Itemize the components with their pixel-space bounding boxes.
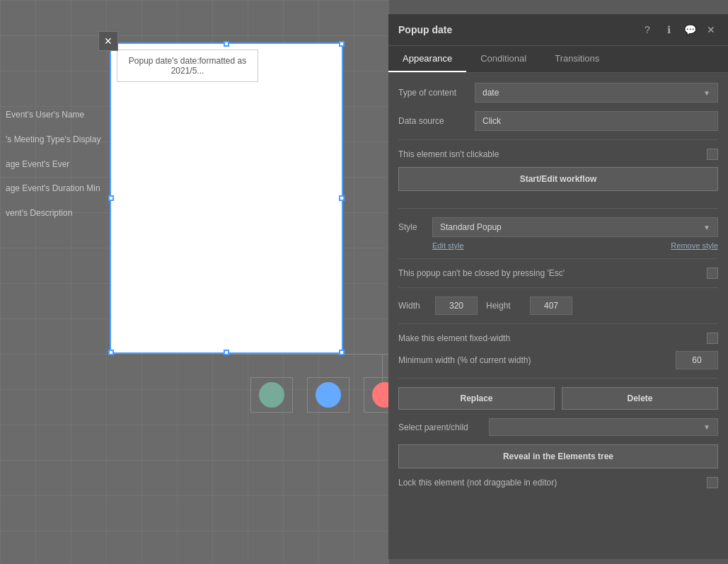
resize-handle-tm[interactable] xyxy=(224,41,229,47)
parent-child-select[interactable]: ▼ xyxy=(489,418,718,436)
edit-style-link[interactable]: Edit style xyxy=(432,241,464,250)
lock-element-label: Lock this element (not draggable in edit… xyxy=(398,478,700,488)
delete-button[interactable]: Delete xyxy=(562,387,718,410)
replace-button[interactable]: Replace xyxy=(398,387,555,410)
fixed-width-label: Make this element fixed-width xyxy=(398,333,700,343)
divider-4 xyxy=(398,287,718,288)
type-of-content-select[interactable]: date ▼ xyxy=(475,83,718,103)
fixed-width-row: Make this element fixed-width xyxy=(398,333,718,344)
help-icon[interactable]: ? xyxy=(640,23,654,37)
canvas-row-2: 's Meeting Type's Display xyxy=(0,130,100,149)
style-row: Style Standard Popup ▼ xyxy=(398,217,718,237)
style-label: Style xyxy=(398,222,427,232)
avatar-3 xyxy=(372,382,389,408)
comment-icon[interactable]: 💬 xyxy=(683,23,697,37)
resize-handle-bl[interactable] xyxy=(108,350,114,355)
lock-element-row: Lock this element (not draggable in edit… xyxy=(398,477,718,488)
min-width-input[interactable] xyxy=(676,351,718,369)
avatar-2 xyxy=(316,382,341,408)
tab-appearance[interactable]: Appearance xyxy=(388,46,466,72)
avatar-cell-3 xyxy=(364,377,389,413)
tabs: Appearance Conditional Transitions xyxy=(388,46,728,73)
popup-on-canvas[interactable]: ✕ Popup date's date:formatted as 2021/5.… xyxy=(110,42,343,354)
esc-label: This popup can't be closed by pressing '… xyxy=(398,268,700,278)
parent-child-chevron-icon: ▼ xyxy=(703,423,710,431)
esc-row: This popup can't be closed by pressing '… xyxy=(398,267,718,279)
min-width-row: Minimum width (% of current width) xyxy=(398,351,718,369)
resize-handle-bm[interactable] xyxy=(224,350,229,355)
data-source-label: Data source xyxy=(398,116,469,126)
resize-handle-mr[interactable] xyxy=(339,195,345,201)
canvas-row-4: age Event's Duration Min xyxy=(0,178,100,198)
replace-delete-row: Replace Delete xyxy=(398,387,718,410)
not-clickable-row: This element isn't clickable xyxy=(398,149,718,160)
avatar-cell-2 xyxy=(307,377,349,413)
divider-5 xyxy=(398,323,718,324)
type-of-content-label: Type of content xyxy=(398,88,469,98)
popup-content-preview: Popup date's date:formatted as 2021/5... xyxy=(117,50,258,82)
tab-transitions[interactable]: Transitions xyxy=(541,46,613,72)
panel-body: Type of content date ▼ Data source Click… xyxy=(388,73,728,559)
panel-icons: ? ℹ 💬 ✕ xyxy=(640,23,718,37)
data-source-row: Data source Click xyxy=(398,111,718,131)
width-label: Width xyxy=(398,301,427,311)
not-clickable-label: This element isn't clickable xyxy=(398,149,700,159)
divider-1 xyxy=(398,139,718,140)
style-select[interactable]: Standard Popup ▼ xyxy=(432,217,718,237)
style-chevron-down-icon: ▼ xyxy=(703,224,710,231)
divider-3 xyxy=(398,258,718,259)
canvas-row-3: age Event's Ever xyxy=(0,154,69,174)
remove-style-link[interactable]: Remove style xyxy=(671,241,718,250)
resize-handle-tr[interactable] xyxy=(339,41,345,47)
close-icon[interactable]: ✕ xyxy=(704,23,718,37)
parent-child-row: Select parent/child ▼ xyxy=(398,418,718,436)
fixed-width-checkbox[interactable] xyxy=(707,333,718,344)
resize-handle-br[interactable] xyxy=(339,350,345,355)
canvas-row-1: Event's User's Name xyxy=(0,105,84,125)
esc-checkbox[interactable] xyxy=(707,267,718,279)
panel-header: Popup date ? ℹ 💬 ✕ xyxy=(388,14,728,46)
panel-title: Popup date xyxy=(398,24,452,35)
avatar-1 xyxy=(259,382,284,408)
dimension-row: Width Height xyxy=(398,297,718,315)
canvas-row-5: vent's Description xyxy=(0,203,72,223)
not-clickable-checkbox[interactable] xyxy=(707,149,718,160)
parent-child-label: Select parent/child xyxy=(398,422,483,432)
data-source-select[interactable]: Click xyxy=(475,111,718,131)
popup-canvas-close-btn[interactable]: ✕ xyxy=(98,31,118,51)
width-input[interactable] xyxy=(435,297,478,315)
start-edit-workflow-button[interactable]: Start/Edit workflow xyxy=(398,167,718,191)
chevron-down-icon: ▼ xyxy=(703,89,710,97)
right-panel: Popup date ? ℹ 💬 ✕ Appearance Conditiona… xyxy=(388,14,728,559)
divider-2 xyxy=(398,208,718,209)
tab-conditional[interactable]: Conditional xyxy=(466,46,541,72)
avatar-row xyxy=(248,374,389,415)
type-of-content-row: Type of content date ▼ xyxy=(398,83,718,103)
style-links: Edit style Remove style xyxy=(398,241,718,250)
height-label: Height xyxy=(486,301,521,311)
divider-6 xyxy=(398,378,718,379)
avatar-cell-1 xyxy=(250,377,293,413)
lock-element-checkbox[interactable] xyxy=(707,477,718,488)
height-input[interactable] xyxy=(530,297,572,315)
canvas-area: Fid:t:WPf... <もい onth:fo Event's User's … xyxy=(0,0,389,564)
info-icon[interactable]: ℹ xyxy=(661,23,676,37)
reveal-elements-tree-button[interactable]: Reveal in the Elements tree xyxy=(398,444,718,468)
min-width-label: Minimum width (% of current width) xyxy=(398,355,670,365)
resize-handle-ml[interactable] xyxy=(108,195,114,201)
